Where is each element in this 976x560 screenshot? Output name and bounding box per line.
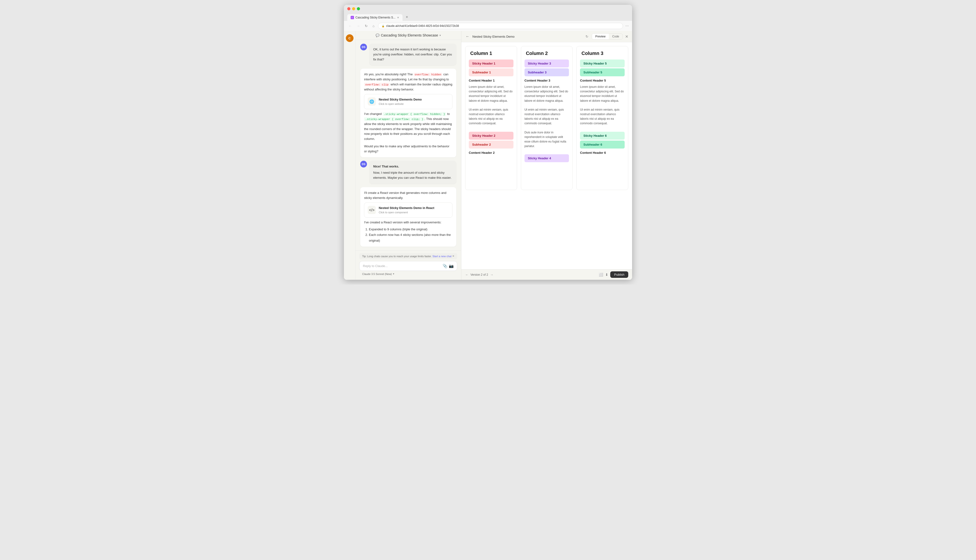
preview-panel: ← Nested Sticky Elements Demo ↻ Preview … [461, 31, 632, 280]
back-button[interactable]: ← [347, 23, 353, 28]
start-new-chat-link[interactable]: Start a new chat [432, 255, 451, 258]
tab-code[interactable]: Code [609, 33, 622, 39]
tab-bar: C Cascading Sticky Elements S... ✕ + [347, 13, 629, 21]
subheader-5: Subheader 5 [580, 68, 625, 76]
demo-column-2: Column 2 Sticky Header 3 Subheader 3 Con… [521, 46, 573, 190]
prev-version-button[interactable]: ← [465, 273, 468, 277]
tip-close-icon[interactable]: ✕ [452, 255, 455, 258]
browser-body: C 💬 Cascading Sticky Elements Showcase ▾… [344, 31, 632, 280]
preview-tab-bar: Preview Code [592, 33, 623, 40]
content-text-1b: Ut enim ad minim veniam, quis nostrud ex… [465, 106, 517, 129]
message-row-2: DS Nice! That works. Now, I need triple … [360, 161, 456, 184]
refresh-icon[interactable]: ↻ [585, 35, 588, 38]
content-header-3: Content Header 3 [521, 77, 573, 83]
copy-icon[interactable]: ⬜ [599, 273, 603, 277]
message-improvements: I've created a React version with severa… [364, 220, 453, 225]
forward-button[interactable]: → [356, 23, 361, 28]
preview-footer: ← Version 2 of 2 → ⬜ ⬇ Publish [461, 269, 632, 280]
sticky-header-3: Sticky Header 3 [525, 60, 569, 67]
preview-back-button[interactable]: ← [465, 34, 470, 39]
model-selector[interactable]: Claude 3.5 Sonnet (New) ▾ [359, 271, 457, 277]
message-text-3: Now, I need triple the amount of columns… [373, 170, 453, 180]
message-followup: I've changed .sticky-wrapper { overflow:… [364, 112, 453, 142]
sticky-header-2: Sticky Header 2 [469, 132, 513, 140]
content-text-5: Lorem ipsum dolor sit amet, consectetur … [577, 83, 628, 106]
list-item-1: Expanded to 9 columns (triple the origin… [369, 227, 453, 232]
claude-logo: C [346, 34, 354, 42]
artifact-info: Nested Sticky Elements Demo Click to ope… [379, 97, 422, 106]
input-placeholder: Reply to Claude... [363, 264, 441, 268]
content-text-5b: Ut enim ad minim veniam, quis nostrud ex… [577, 106, 628, 129]
sticky-header-6: Sticky Header 6 [580, 132, 625, 140]
address-bar[interactable]: 🔒 claude.ai/chat/41e9dae9-0464-4825-bf2d… [378, 23, 623, 29]
chevron-down-icon-2: ▾ [393, 272, 394, 275]
input-actions: 📎 📷 [443, 264, 454, 268]
active-tab[interactable]: C Cascading Sticky Elements S... ✕ [347, 14, 403, 21]
close-window-button[interactable] [347, 7, 350, 10]
chat-icon: 💬 [376, 33, 379, 37]
preview-content: Column 1 Sticky Header 1 Subheader 1 Con… [461, 42, 632, 269]
subheader-3: Subheader 3 [525, 68, 569, 76]
url-text: claude.ai/chat/41e9dae9-0464-4825-bf2d-9… [386, 24, 459, 28]
user-avatar-2: DS [360, 161, 367, 167]
tab-title: Cascading Sticky Elements S... [356, 16, 396, 19]
model-name: Claude 3.5 Sonnet (New) [362, 273, 392, 275]
user-message-2: Nice! That works. Now, I need triple the… [369, 161, 456, 184]
column-1-title: Column 1 [465, 46, 517, 60]
chat-title: 💬 Cascading Sticky Elements Showcase ▾ [376, 33, 441, 37]
extensions-area: ⋯ [625, 24, 629, 28]
chat-title-text: Cascading Sticky Elements Showcase [381, 33, 438, 37]
content-text-3: Lorem ipsum dolor sit amet, consectetur … [521, 83, 573, 106]
list-item-2: Each column now has 4 sticky sections (a… [369, 232, 453, 243]
camera-icon[interactable]: 📷 [449, 264, 454, 268]
version-nav: ← Version 2 of 2 → [465, 273, 597, 277]
assistant-message-bubble: Ah yes, you're absolutely right! The ove… [360, 68, 456, 157]
message-paragraph: Ah yes, you're absolutely right! The ove… [364, 72, 453, 92]
content-header-2: Content Header 2 [465, 150, 517, 155]
message-input-bar[interactable]: Reply to Claude... 📎 📷 [359, 261, 457, 271]
attach-icon[interactable]: 📎 [443, 264, 448, 268]
tab-close-button[interactable]: ✕ [397, 16, 399, 19]
footer-actions: ⬜ ⬇ Publish [599, 272, 628, 278]
browser-nav: ← → ↻ ⌂ 🔒 claude.ai/chat/41e9dae9-0464-4… [344, 21, 632, 31]
column-3-title: Column 3 [577, 46, 628, 60]
chevron-down-icon[interactable]: ▾ [440, 34, 441, 37]
artifact-subtitle: Click to open website [379, 102, 422, 106]
demo-columns: Column 1 Sticky Header 1 Subheader 1 Con… [465, 46, 628, 190]
chat-messages: DS OK, it turns out the reason it isn't … [356, 40, 461, 250]
home-button[interactable]: ⌂ [371, 23, 376, 28]
code-icon: </> [368, 206, 376, 214]
download-icon[interactable]: ⬇ [605, 273, 608, 277]
user-avatar: DS [360, 44, 367, 50]
code-overflow-hidden: overflow: hidden [414, 73, 442, 76]
minimize-window-button[interactable] [352, 7, 355, 10]
message-row: DS OK, it turns out the reason it isn't … [360, 44, 456, 65]
demo-column-3: Column 3 Sticky Header 5 Subheader 5 Con… [577, 46, 628, 190]
browser-titlebar: C Cascading Sticky Elements S... ✕ + [344, 5, 632, 21]
chat-footer: Tip: Long chats cause you to reach your … [356, 250, 461, 280]
tip-text: Tip: Long chats cause you to reach your … [362, 255, 431, 258]
version-label: Version 2 of 2 [470, 273, 488, 277]
window-controls [347, 7, 629, 11]
tab-preview[interactable]: Preview [592, 33, 609, 39]
message-text: OK, it turns out the reason it isn't wor… [373, 48, 452, 61]
reload-button[interactable]: ↻ [364, 23, 369, 28]
publish-button[interactable]: Publish [610, 272, 628, 278]
artifact-card-react[interactable]: </> Nested Sticky Elements Demo in React… [364, 203, 453, 218]
demo-column-1: Column 1 Sticky Header 1 Subheader 1 Con… [465, 46, 517, 190]
assistant-message-3: I'll create a React version that generat… [360, 187, 456, 247]
artifact-card-website[interactable]: 🌐 Nested Sticky Elements Demo Click to o… [364, 94, 453, 109]
preview-header: ← Nested Sticky Elements Demo ↻ Preview … [461, 31, 632, 42]
claude-sidebar: C [344, 31, 356, 280]
sticky-header-1: Sticky Header 1 [469, 60, 513, 67]
new-tab-button[interactable]: + [403, 13, 410, 21]
message-text-2: Nice! That works. [373, 164, 453, 169]
message-question: Would you like to make any other adjustm… [364, 144, 453, 154]
message-create-react: I'll create a React version that generat… [364, 190, 453, 201]
chat-header: 💬 Cascading Sticky Elements Showcase ▾ [356, 31, 461, 40]
maximize-window-button[interactable] [357, 7, 360, 10]
preview-close-button[interactable]: ✕ [625, 34, 628, 39]
next-version-button[interactable]: → [490, 273, 493, 277]
content-text-1: Lorem ipsum dolor sit amet, consectetur … [465, 83, 517, 106]
artifact-title: Nested Sticky Elements Demo [379, 97, 422, 102]
